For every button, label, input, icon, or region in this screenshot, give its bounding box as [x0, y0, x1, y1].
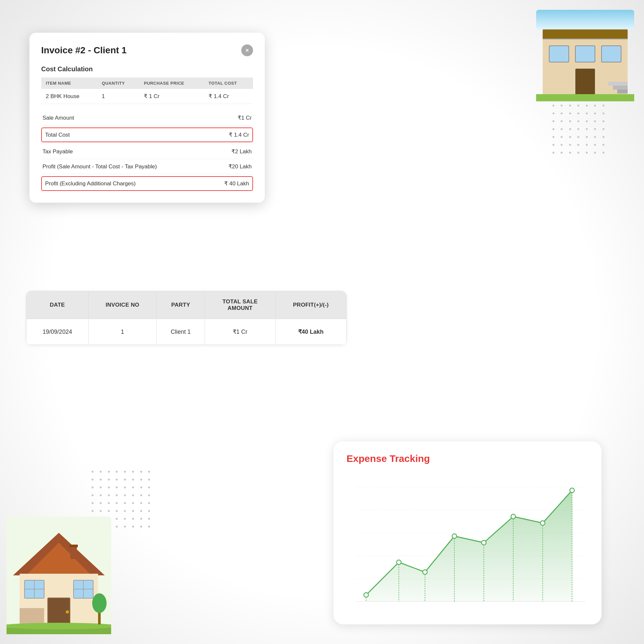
- svg-point-44: [92, 593, 107, 613]
- chart-point: [540, 521, 545, 525]
- expense-tracking-title: Expense Tracking: [347, 453, 588, 464]
- house-modern-svg: [536, 10, 634, 101]
- item-quantity: 1: [97, 89, 139, 104]
- dot-pattern-top-right: [552, 105, 605, 154]
- col-item-name: ITEM NAME: [41, 77, 97, 89]
- expense-tracking-card: Expense Tracking: [333, 441, 602, 624]
- th-invoice-no: INVOICE NO: [88, 291, 157, 319]
- total-cost-value: ₹ 1.4 Cr: [229, 131, 249, 138]
- total-cost-row: Total Cost ₹ 1.4 Cr: [41, 127, 253, 142]
- td-total-sale: ₹1 Cr: [205, 319, 275, 345]
- svg-rect-8: [613, 86, 628, 90]
- sale-amount-row: Sale Amount ₹1 Cr: [41, 110, 253, 126]
- tax-payable-label: Tax Payable: [42, 148, 73, 155]
- svg-rect-46: [69, 545, 78, 547]
- sale-amount-label: Sale Amount: [42, 115, 74, 121]
- td-invoice-no: 1: [88, 319, 157, 345]
- house-bottom-left: [7, 517, 111, 634]
- svg-rect-4: [602, 46, 621, 62]
- cost-table: ITEM NAME QUANTITY PURCHASE PRICE TOTAL …: [41, 77, 253, 104]
- th-total-sale: TOTAL SALEAMOUNT: [205, 291, 275, 319]
- th-date: DATE: [26, 291, 89, 319]
- profit-excl-value: ₹ 40 Lakh: [224, 180, 249, 187]
- chart-point: [397, 560, 401, 565]
- total-cost-label: Total Cost: [45, 132, 70, 138]
- svg-rect-11: [536, 10, 634, 29]
- svg-rect-10: [536, 94, 634, 101]
- summary-table: DATE INVOICE NO PARTY TOTAL SALEAMOUNT P…: [26, 291, 347, 345]
- house-classic-svg: [7, 517, 111, 634]
- td-date: 19/09/2024: [26, 319, 89, 345]
- col-total-cost: TOTAL COST: [204, 77, 253, 89]
- svg-rect-7: [608, 82, 628, 86]
- svg-marker-18: [366, 490, 572, 602]
- svg-rect-9: [617, 90, 628, 93]
- th-profit: PROFIT(+)/(-): [275, 291, 346, 319]
- profit-excl-label: Profit (Excluding Additional Charges): [45, 180, 136, 187]
- invoice-modal: Invoice #2 - Client 1 × Cost Calculation…: [29, 33, 265, 203]
- svg-point-42: [7, 623, 111, 629]
- chart-point: [511, 514, 516, 519]
- svg-rect-5: [575, 69, 595, 95]
- svg-rect-1: [543, 29, 628, 39]
- profit-excl-row: Profit (Excluding Additional Charges) ₹ …: [41, 176, 253, 191]
- col-purchase-price: PURCHASE PRICE: [139, 77, 204, 89]
- profit-row: Profit (Sale Amount - Total Cost - Tax P…: [41, 159, 253, 174]
- house-top-right: [536, 10, 634, 101]
- td-profit: ₹40 Lakh: [275, 319, 346, 345]
- modal-header: Invoice #2 - Client 1 ×: [41, 44, 253, 56]
- chart-point: [452, 534, 457, 538]
- tax-payable-value: ₹2 Lakh: [231, 148, 252, 155]
- svg-rect-45: [70, 546, 77, 559]
- chart-point: [482, 540, 486, 545]
- chart-point: [423, 570, 427, 574]
- svg-point-39: [66, 610, 69, 614]
- chart-point: [364, 593, 368, 597]
- svg-rect-3: [575, 46, 595, 62]
- profit-label: Profit (Sale Amount - Total Cost - Tax P…: [42, 163, 157, 170]
- expense-chart: [347, 471, 588, 615]
- tax-payable-row: Tax Payable ₹2 Lakh: [41, 144, 253, 159]
- item-name: 2 BHK House: [41, 89, 97, 104]
- sale-amount-value: ₹1 Cr: [238, 114, 252, 121]
- summary-table-row: 19/09/2024 1 Client 1 ₹1 Cr ₹40 Lakh: [26, 319, 347, 345]
- svg-rect-2: [549, 46, 569, 62]
- chart-point: [570, 488, 574, 493]
- th-party: PARTY: [157, 291, 205, 319]
- profit-value: ₹20 Lakh: [229, 163, 252, 170]
- item-total-cost: ₹ 1.4 Cr: [204, 89, 253, 104]
- td-party: Client 1: [157, 319, 205, 345]
- table-row: 2 BHK House 1 ₹ 1 Cr ₹ 1.4 Cr: [41, 89, 253, 104]
- item-purchase-price: ₹ 1 Cr: [139, 89, 204, 104]
- close-button[interactable]: ×: [241, 44, 253, 56]
- col-quantity: QUANTITY: [97, 77, 139, 89]
- modal-title: Invoice #2 - Client 1: [41, 45, 127, 56]
- section-title: Cost Calculation: [41, 65, 253, 73]
